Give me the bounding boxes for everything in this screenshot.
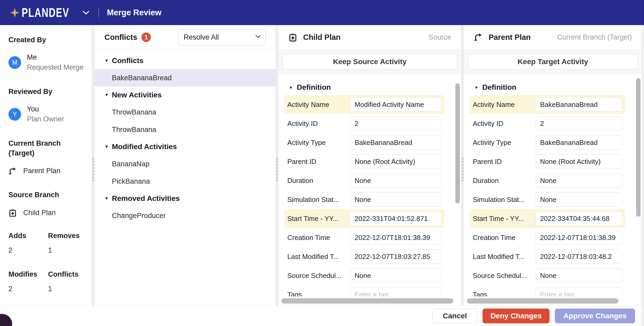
field-label: Simulation Stat... [473,196,536,204]
source-branch-plan: Child Plan [23,209,56,217]
field-row-activity-type: Activity Type [284,133,444,152]
conflicts-panel-header: Conflicts 1 Resolve All [94,25,276,50]
field-row-activity-id: Activity ID [284,114,444,133]
field-label: Activity Name [473,101,536,109]
horizontal-scrollbar[interactable] [278,296,461,305]
field-row-start-time: Start Time - YY... [470,209,625,228]
field-input[interactable] [350,211,442,226]
field-row-parent-id: Parent ID [470,152,625,171]
cancel-button[interactable]: Cancel [432,309,477,323]
field-input[interactable] [350,173,442,188]
created-by-heading: Created By [8,35,85,45]
field-input[interactable] [536,230,622,245]
stat-removes: Removes 1 [48,232,85,254]
field-row-activity-name: Activity Name [284,95,444,114]
field-label: Activity ID [473,120,536,128]
field-label: Activity Type [287,139,350,147]
field-input[interactable] [350,249,442,264]
tree-group-modified-activities[interactable]: ▼ Modified Activities [94,138,276,155]
panel-resize-gutter[interactable] [276,25,278,305]
field-row-duration: Duration [284,171,444,190]
field-label: Creation Time [287,234,350,242]
horizontal-scrollbar-thumb[interactable] [467,298,618,304]
stat-adds: Adds 2 [8,232,48,254]
panel-resize-gutter[interactable] [92,25,94,305]
field-row-simulation-state: Simulation Stat... [284,190,444,209]
field-row-simulation-state: Simulation Stat... [470,190,625,209]
field-input[interactable] [536,173,622,188]
tree-item-selected[interactable]: BakeBananaBread [94,69,276,87]
app-logo[interactable]: PLANDEV [9,7,89,18]
resolve-all-select[interactable]: Resolve All [178,29,266,45]
parent-plan-header: Parent Plan Current Branch (Target) [464,25,642,50]
conflicts-tree: ▼ Conflicts BakeBananaBread ▼ New Activi… [94,50,276,224]
tree-item[interactable]: BananaNap [94,155,276,173]
field-label: Parent ID [287,158,350,166]
keep-target-bar: Keep Target Activity [464,50,642,74]
field-label: Start Time - YY... [473,215,536,223]
field-input[interactable] [536,97,622,112]
tree-group-removed-activities[interactable]: ▼ Removed Activities [94,190,276,207]
drag-handle-dots [461,157,464,181]
plan-clipboard-icon [288,33,297,42]
tree-item[interactable]: ThrowBanana [94,103,276,121]
field-input[interactable] [350,268,442,283]
horizontal-scrollbar-thumb[interactable] [282,298,453,304]
field-input[interactable] [536,116,622,131]
resolve-all-select-wrap: Resolve All [178,29,266,45]
definition-section-header[interactable]: ▼ Definition [464,80,642,95]
keep-source-activity-button[interactable]: Keep Source Activity [283,54,457,69]
field-input[interactable] [536,154,622,169]
field-label: Parent ID [473,158,536,166]
horizontal-scrollbar[interactable] [464,296,642,305]
chevron-down-icon[interactable] [83,11,89,15]
tree-item[interactable]: ThrowBanana [94,121,276,138]
creator-role: Requested Merge [27,63,84,73]
child-plan-header: Child Plan Source [278,25,461,50]
field-input[interactable] [536,135,622,150]
field-input[interactable] [350,135,442,150]
parent-plan-title: Parent Plan [489,33,531,42]
tree-group-conflicts[interactable]: ▼ Conflicts [94,52,276,69]
field-input[interactable] [350,116,442,131]
field-input[interactable] [536,249,622,264]
field-input[interactable] [536,211,622,226]
field-row-last-modified: Last Modified T... [284,247,444,266]
deny-changes-button[interactable]: Deny Changes [483,309,550,323]
merge-arrow-icon [8,167,17,175]
vertical-scrollbar-thumb[interactable] [636,78,641,217]
field-label: Last Modified T... [287,253,350,261]
field-input[interactable] [350,192,442,207]
field-input[interactable] [350,230,442,245]
approve-changes-button[interactable]: Approve Changes [555,309,635,323]
vertical-scrollbar-thumb[interactable] [455,83,460,204]
tree-group-new-activities[interactable]: ▼ New Activities [94,87,276,103]
field-row-last-modified: Last Modified T... [470,247,625,266]
field-input[interactable] [350,97,442,112]
conflicts-heading: Conflicts [104,33,137,42]
field-label: Activity Name [287,101,350,109]
field-input[interactable] [536,268,622,283]
collapse-triangle-icon: ▼ [104,196,112,201]
reviewer-row: Y You Plan Owner [8,104,85,124]
sparkle-logo-icon [9,7,20,18]
review-action-footer: Cancel Deny Changes Approve Changes [0,305,644,326]
collapse-triangle-icon: ▼ [474,85,482,90]
tree-item[interactable]: PickBanana [94,173,276,190]
merge-review-sidebar: Created By M Me Requested Merge Reviewed… [0,25,92,305]
conflicts-panel: Conflicts 1 Resolve All ▼ Conflicts Bake… [94,25,276,305]
field-label: Start Time - YY... [287,215,350,223]
tree-item[interactable]: ChangeProducer [94,207,276,224]
definition-section-header[interactable]: ▼ Definition [278,80,461,95]
panel-resize-gutter[interactable] [461,25,464,305]
reviewer-role: Plan Owner [27,114,64,124]
current-branch-heading: Current Branch (Target) [8,139,69,158]
field-label: Last Modified T... [473,253,536,261]
current-branch-row: Parent Plan [8,167,85,175]
field-input[interactable] [536,192,622,207]
field-input[interactable] [350,154,442,169]
window-scrollbar-rail[interactable] [642,0,644,326]
child-plan-fields: ▼ Definition Activity Name Activity ID A… [278,74,461,305]
field-label: Duration [287,177,350,185]
keep-target-activity-button[interactable]: Keep Target Activity [468,54,638,69]
